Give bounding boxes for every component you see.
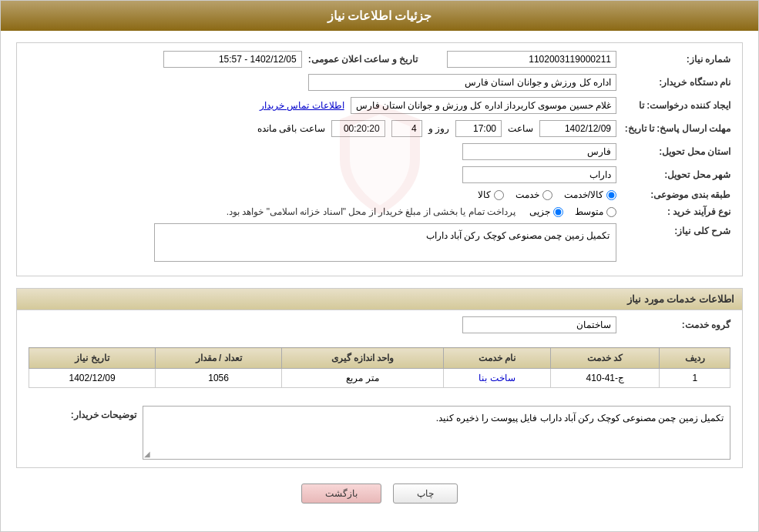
page-title: جزئیات اطلاعات نیاز (327, 9, 432, 22)
col-quantity: تعداد / مقدار (156, 348, 282, 369)
organization-value: اداره کل ورزش و جوانان استان فارس (308, 74, 616, 91)
category-option-goods[interactable]: کالا (478, 189, 504, 200)
category-row: طبقه بندی موضوعی: کالا/خدمت خدمت کالا (29, 189, 730, 200)
purchase-type-radio-group: متوسط جزیی (529, 206, 616, 217)
deadline-remaining-label: ساعت باقی مانده (257, 123, 325, 134)
province-row: استان محل تحویل: فارس (29, 143, 730, 160)
city-value: داراب (462, 166, 616, 183)
deadline-time: 17:00 (455, 120, 502, 137)
deadline-days: 4 (391, 120, 422, 137)
need-desc-value: تکمیل زمین چمن مصنوعی کوچک رکن آباد دارا… (154, 223, 616, 262)
buyer-desc-label: توضیحات خریدار: (29, 406, 136, 420)
buyer-desc-text: تکمیل زمین چمن مصنوعی کوچک رکن آباد دارا… (143, 406, 730, 460)
province-value: فارس (462, 143, 616, 160)
service-group-value: ساختمان (462, 316, 616, 333)
services-section: اطلاعات خدمات مورد نیاز گروه خدمت: ساختم… (16, 288, 743, 468)
purchase-type-label: نوع فرآیند خرید : (623, 206, 730, 217)
services-table: ردیف کد خدمت نام خدمت واحد اندازه گیری ت… (29, 347, 730, 388)
page-header: جزئیات اطلاعات نیاز (1, 1, 758, 31)
need-desc-label: شرح کلی نیاز: (623, 223, 730, 236)
deadline-days-label: روز و (428, 123, 449, 134)
cell-unit: متر مربع (282, 369, 444, 388)
order-number-value: 1102003119000211 (447, 51, 616, 68)
organization-label: نام دستگاه خریدار: (623, 77, 730, 88)
buyer-desc-row: تکمیل زمین چمن مصنوعی کوچک رکن آباد دارا… (17, 402, 742, 467)
services-table-container: ردیف کد خدمت نام خدمت واحد اندازه گیری ت… (17, 347, 742, 396)
back-button[interactable]: بازگشت (301, 483, 381, 504)
announce-value: 1402/12/05 - 15:57 (163, 51, 302, 68)
resize-handle-icon[interactable]: ◢ (144, 450, 150, 458)
purchase-type-partial[interactable]: جزیی (529, 206, 563, 217)
order-number-label: شماره نیاز: (623, 54, 730, 65)
province-label: استان محل تحویل: (623, 146, 730, 157)
creator-label: ایجاد کننده درخواست: تا (623, 100, 730, 111)
category-option-goods-services[interactable]: کالا/خدمت (564, 189, 616, 200)
cell-row-num: 1 (660, 369, 730, 388)
col-date: تاریخ نیاز (29, 348, 156, 369)
print-button[interactable]: چاپ (393, 483, 458, 504)
category-option-service[interactable]: خدمت (516, 189, 552, 200)
services-section-title: اطلاعات خدمات مورد نیاز (17, 289, 742, 310)
category-label: طبقه بندی موضوعی: (623, 189, 730, 200)
creator-value: غلام حسین موسوی کاربرداز اداره کل ورزش و… (351, 97, 616, 114)
col-service-name: نام خدمت (444, 348, 551, 369)
buttons-row: چاپ بازگشت (16, 483, 743, 504)
buyer-desc-container: تکمیل زمین چمن مصنوعی کوچک رکن آباد دارا… (143, 406, 730, 460)
need-desc-row: شرح کلی نیاز: تکمیل زمین چمن مصنوعی کوچک… (29, 223, 730, 262)
organization-row: نام دستگاه خریدار: اداره کل ورزش و جوانا… (29, 74, 730, 91)
category-radio-group: کالا/خدمت خدمت کالا (478, 189, 616, 200)
cell-quantity: 1056 (156, 369, 282, 388)
purchase-note: پرداخت تمام یا بخشی از مبلغ خریدار از مح… (227, 206, 516, 217)
table-row: 1 ج-41-410 ساخت بنا متر مربع 1056 1402/1… (29, 369, 730, 388)
deadline-date: 1402/12/09 (539, 120, 616, 137)
main-info-section: شماره نیاز: 1102003119000211 تاریخ و ساع… (16, 42, 743, 276)
city-row: شهر محل تحویل: داراب (29, 166, 730, 183)
col-service-code: کد خدمت (551, 348, 660, 369)
order-number-row: شماره نیاز: 1102003119000211 تاریخ و ساع… (29, 51, 730, 68)
cell-service-name[interactable]: ساخت بنا (444, 369, 551, 388)
cell-date: 1402/12/09 (29, 369, 156, 388)
creator-contact-link[interactable]: اطلاعات تماس خریدار (260, 100, 344, 111)
deadline-remaining: 00:20:20 (331, 120, 385, 137)
service-group-label: گروه خدمت: (623, 320, 730, 330)
city-label: شهر محل تحویل: (623, 169, 730, 180)
announce-label: تاریخ و ساعت اعلان عمومی: (308, 54, 418, 65)
purchase-type-row: نوع فرآیند خرید : متوسط جزیی پرداخت تمام… (29, 206, 730, 217)
purchase-type-medium[interactable]: متوسط (575, 206, 616, 217)
deadline-time-label: ساعت (508, 123, 533, 134)
deadline-label: مهلت ارسال پاسخ: تا تاریخ: (623, 123, 730, 134)
col-unit: واحد اندازه گیری (282, 348, 444, 369)
cell-service-code: ج-41-410 (551, 369, 660, 388)
service-group-row: گروه خدمت: ساختمان (17, 310, 742, 340)
deadline-row: مهلت ارسال پاسخ: تا تاریخ: 1402/12/09 سا… (29, 120, 730, 137)
creator-row: ایجاد کننده درخواست: تا غلام حسین موسوی … (29, 97, 730, 114)
col-row-num: ردیف (660, 348, 730, 369)
